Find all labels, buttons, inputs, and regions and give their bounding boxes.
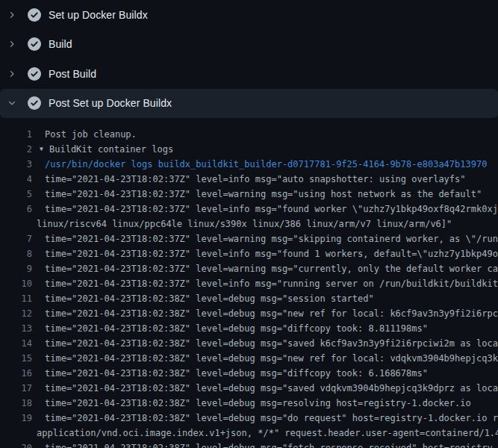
log-line: 1Post job cleanup. — [0, 127, 498, 142]
log-text: application/vnd.oci.image.index.v1+json,… — [37, 426, 498, 441]
check-circle-icon — [28, 8, 41, 22]
log-line: 2▼BuildKit container logs — [0, 142, 498, 157]
log-line: 6time="2021-04-23T18:02:37Z" level=info … — [0, 202, 498, 217]
log-line: 18time="2021-04-23T18:02:38Z" level=debu… — [0, 396, 498, 411]
line-number — [0, 217, 32, 231]
step-title: Post Set up Docker Buildx — [49, 97, 172, 109]
log-text: time="2021-04-23T18:02:37Z" level=info m… — [45, 202, 498, 217]
log-line: 9time="2021-04-23T18:02:37Z" level=warni… — [0, 261, 498, 276]
line-number — [0, 426, 32, 441]
line-number[interactable]: 16 — [0, 366, 32, 381]
chevron-right-icon — [7, 68, 17, 80]
log-line: 12time="2021-04-23T18:02:38Z" level=debu… — [0, 306, 498, 321]
log-line: 15time="2021-04-23T18:02:38Z" level=debu… — [0, 351, 498, 366]
line-number[interactable]: 4 — [0, 172, 32, 187]
line-number[interactable]: 5 — [0, 187, 32, 202]
step-row-build[interactable]: Build — [0, 30, 498, 60]
log-text: BuildKit container logs — [49, 142, 173, 157]
log-line: 20time="2021-04-23T18:02:38Z" level=debu… — [0, 441, 498, 448]
step-title: Build — [49, 38, 72, 50]
log-text: Post job cleanup. — [45, 127, 137, 142]
line-number[interactable]: 14 — [0, 336, 32, 351]
log-text: time="2021-04-23T18:02:37Z" level=info m… — [45, 276, 498, 291]
line-number[interactable]: 19 — [0, 411, 32, 426]
log-line: 8time="2021-04-23T18:02:37Z" level=info … — [0, 246, 498, 261]
log-text: time="2021-04-23T18:02:38Z" level=debug … — [45, 366, 428, 381]
log-line: 19time="2021-04-23T18:02:38Z" level=debu… — [0, 411, 498, 426]
log-text: time="2021-04-23T18:02:37Z" level=info m… — [45, 172, 466, 187]
line-number[interactable]: 15 — [0, 351, 32, 366]
log-line: 17time="2021-04-23T18:02:38Z" level=debu… — [0, 381, 498, 396]
log-text: time="2021-04-23T18:02:38Z" level=debug … — [45, 321, 428, 336]
line-number[interactable]: 18 — [0, 396, 32, 411]
log-text: time="2021-04-23T18:02:38Z" level=debug … — [45, 351, 498, 366]
log-line: 10time="2021-04-23T18:02:37Z" level=info… — [0, 276, 498, 291]
log-line: 14time="2021-04-23T18:02:38Z" level=debu… — [0, 336, 498, 351]
log-output: 1Post job cleanup.2▼BuildKit container l… — [0, 118, 498, 448]
log-text: time="2021-04-23T18:02:38Z" level=debug … — [45, 291, 374, 306]
log-line: 7time="2021-04-23T18:02:37Z" level=warni… — [0, 231, 498, 246]
line-number[interactable]: 11 — [0, 291, 32, 306]
line-number[interactable]: 10 — [0, 276, 32, 291]
check-circle-icon — [28, 96, 41, 110]
log-line-command: 3/usr/bin/docker logs buildx_buildkit_bu… — [0, 157, 498, 172]
log-line: 13time="2021-04-23T18:02:38Z" level=debu… — [0, 321, 498, 336]
step-row-post-build[interactable]: Post Build — [0, 59, 498, 89]
line-number[interactable]: 3 — [0, 157, 32, 172]
log-line: application/vnd.oci.image.index.v1+json,… — [0, 426, 498, 441]
group-toggle-icon[interactable]: ▼ — [40, 142, 47, 157]
log-line: linux/riscv64 linux/ppc64le linux/s390x … — [0, 217, 498, 231]
line-number[interactable]: 12 — [0, 306, 32, 321]
step-title: Set up Docker Buildx — [49, 9, 148, 21]
log-text: time="2021-04-23T18:02:37Z" level=warnin… — [45, 261, 498, 276]
chevron-right-icon — [7, 38, 17, 50]
line-number[interactable]: 8 — [0, 246, 32, 261]
chevron-down-icon — [7, 97, 17, 109]
line-number[interactable]: 1 — [0, 127, 32, 142]
log-text: linux/riscv64 linux/ppc64le linux/s390x … — [37, 217, 452, 231]
log-text: time="2021-04-23T18:02:37Z" level=info m… — [45, 246, 498, 261]
line-number[interactable]: 2 — [0, 142, 32, 157]
line-number[interactable]: 17 — [0, 381, 32, 396]
log-text: time="2021-04-23T18:02:38Z" level=debug … — [45, 306, 498, 321]
step-list: Set up Docker Buildx Build Post Build Po… — [0, 0, 498, 118]
log-line: 5time="2021-04-23T18:02:37Z" level=warni… — [0, 187, 498, 202]
line-number[interactable]: 20 — [0, 441, 32, 448]
log-line: 4time="2021-04-23T18:02:37Z" level=info … — [0, 172, 498, 187]
check-circle-icon — [28, 37, 41, 51]
log-text: time="2021-04-23T18:02:38Z" level=debug … — [45, 396, 471, 411]
chevron-right-icon — [7, 9, 17, 21]
step-title: Post Build — [49, 68, 96, 80]
log-line: 16time="2021-04-23T18:02:38Z" level=debu… — [0, 366, 498, 381]
log-text: time="2021-04-23T18:02:38Z" level=debug … — [45, 336, 498, 351]
log-text: /usr/bin/docker logs buildx_buildkit_bui… — [45, 157, 487, 172]
log-text: time="2021-04-23T18:02:37Z" level=warnin… — [45, 187, 482, 202]
log-text: time="2021-04-23T18:02:37Z" level=warnin… — [45, 231, 498, 246]
log-text: time="2021-04-23T18:02:38Z" level=debug … — [45, 441, 498, 448]
step-row-post-set-up-docker-buildx[interactable]: Post Set up Docker Buildx — [0, 89, 498, 119]
line-number[interactable]: 13 — [0, 321, 32, 336]
line-number[interactable]: 7 — [0, 231, 32, 246]
line-number[interactable]: 9 — [0, 261, 32, 276]
log-text: time="2021-04-23T18:02:38Z" level=debug … — [45, 381, 498, 396]
check-circle-icon — [28, 67, 41, 81]
line-number[interactable]: 6 — [0, 202, 32, 217]
log-text: time="2021-04-23T18:02:38Z" level=debug … — [45, 411, 498, 426]
log-line: 11time="2021-04-23T18:02:38Z" level=debu… — [0, 291, 498, 306]
step-row-set-up-docker-buildx[interactable]: Set up Docker Buildx — [0, 0, 498, 30]
